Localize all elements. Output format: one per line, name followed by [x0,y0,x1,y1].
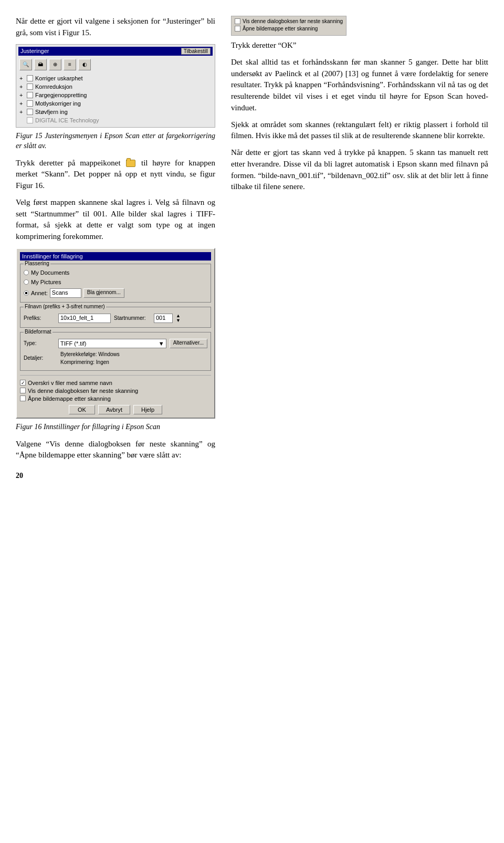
checkbox-6 [27,117,33,123]
bildeformat-group: Bildeformat Type: TIFF (*.tif) ▼ Alterna… [20,332,211,371]
figure-15-image: Justeringer Tilbakestill 🔍 🏔 ⊕ ≡ ◐ + Kor… [16,44,215,128]
tool-icon-2[interactable]: 🏔 [34,59,47,70]
page-number: 20 [16,472,215,480]
panel-row-4: + Motlyskorriger ing [18,100,213,107]
top-check1-row: Vis denne dialogboksen før neste skannin… [235,18,343,24]
checkbox-5[interactable] [27,109,33,115]
panel-row-6: + DIGITAL ICE Technology [18,117,213,124]
filesave-titlebar: Innstillinger for fillagring [20,252,211,261]
vis-dialog-checkbox-row[interactable]: Vis denne dialogboksen før neste skannin… [20,388,211,394]
top-checkboxes-image: Vis denne dialogboksen før neste skannin… [231,16,346,36]
checkbox-2[interactable] [27,84,33,90]
right-para1: Det skal alltid tas et forhåndsskann før… [231,57,488,114]
detaljer-text: Byterekkefølge: Windows Komprimering: In… [58,350,120,366]
para-valgene: Valgene “Vis denne dialogboksen før nest… [16,439,215,462]
folder-icon [126,160,135,167]
panel-row-3: + Fargegjenoppretting [18,91,213,99]
dropdown-arrow-icon: ▼ [159,340,164,347]
right-column: Vis denne dialogboksen før neste skannin… [231,16,488,480]
top-checkbox-1 [235,18,240,24]
prefiks-input[interactable]: 10x10_felt_1 [58,314,111,323]
plus-icon-1[interactable]: + [19,75,25,81]
right-para2: Sjekk at området som skannes (rektangulæ… [231,119,488,142]
plus-icon-3[interactable]: + [19,92,25,98]
para-intro: Når dette er gjort vil valgene i seksjon… [16,16,215,39]
radio-annet[interactable]: Annet: Scans Bla gjennom... [24,288,207,298]
plus-icon-4[interactable]: + [19,100,25,107]
type-select[interactable]: TIFF (*.tif) ▼ [58,339,166,348]
para-settings: Velg først mappen skannene skal lagres i… [16,197,215,243]
vis-dialog-checkbox[interactable] [20,388,26,393]
justeringer-titlebar: Justeringer Tilbakestill [18,47,213,56]
radio-my-documents[interactable]: My Documents [24,269,207,276]
reset-button[interactable]: Tilbakestill [181,48,211,55]
radio-icon-2 [24,279,29,285]
radio-my-pictures[interactable]: My Pictures [24,279,207,285]
plassering-group: Plassering My Documents My Pictures Anne… [20,264,211,303]
apne-bildemappe-checkbox-row[interactable]: Åpne bildemappe etter skanning [20,396,211,402]
page-content: Når dette er gjort vil valgene i seksjon… [0,0,504,496]
bla-gjennom-button[interactable]: Bla gjennom... [83,288,124,298]
tool-icon-3[interactable]: ⊕ [49,59,61,70]
tool-icon-5[interactable]: ◐ [78,59,91,70]
plus-icon-5[interactable]: + [19,109,25,115]
overskiv-checkbox-row[interactable]: Overskri v filer med samme navn [20,380,211,386]
left-column: Når dette er gjort vil valgene i seksjon… [16,16,215,480]
prefiks-row: Prefiks: 10x10_felt_1 Startnummer: 001 ▲… [24,314,207,323]
filename-group: Filnavn (prefiks + 3-sifret nummer) Pref… [20,307,211,328]
alternativer-button[interactable]: Alternativer... [170,339,207,348]
annet-input[interactable]: Scans [50,288,81,298]
panel-row-1: + Korriger uskarphet [18,75,213,82]
right-para3: Når dette er gjort tas skann ved å trykk… [231,147,488,193]
para-ok: Trykk deretter “OK” [231,40,488,51]
top-checkbox-2 [235,26,240,32]
justeringer-toolbar: 🔍 🏔 ⊕ ≡ ◐ [18,58,213,71]
checkbox-4[interactable] [27,100,33,107]
startnummer-spinner[interactable]: ▲▼ [176,314,181,323]
tool-icon-4[interactable]: ≡ [64,59,76,70]
apne-bildemappe-checkbox[interactable] [20,396,26,401]
para-folder: Trykk deretter på mappeikonet til høyre … [16,158,215,192]
plus-icon-2[interactable]: + [19,84,25,90]
ok-button[interactable]: OK [69,405,95,414]
avbryt-button[interactable]: Avbryt [98,405,130,414]
top-check2-row: Åpne bildemappe etter skanning [235,26,343,32]
panel-row-5: + Støvfjern ing [18,108,213,116]
dialog-buttons: OK Avbryt Hjelp [20,405,211,414]
overskiv-checkbox[interactable] [20,380,26,386]
checkbox-3[interactable] [27,92,33,98]
panel-row-2: + Kornreduksjon [18,83,213,90]
radio-icon-3 [24,290,29,296]
checkbox-1[interactable] [27,75,33,81]
fig16-caption: Figur 16 Innstillinger for fillagring i … [16,422,215,432]
tool-icon-1[interactable]: 🔍 [19,59,32,70]
figure-16-image: Innstillinger for fillagring Plassering … [16,248,215,419]
type-row: Type: TIFF (*.tif) ▼ Alternativer... [24,339,207,348]
radio-icon-1 [24,270,29,275]
startnummer-input[interactable]: 001 [154,314,173,323]
fig15-caption: Figur 15 Justeringsmenyen i Epson Scan e… [16,131,215,151]
detaljer-row: Detaljer: Byterekkefølge: Windows Kompri… [24,350,207,366]
hjelp-button[interactable]: Hjelp [133,405,162,414]
